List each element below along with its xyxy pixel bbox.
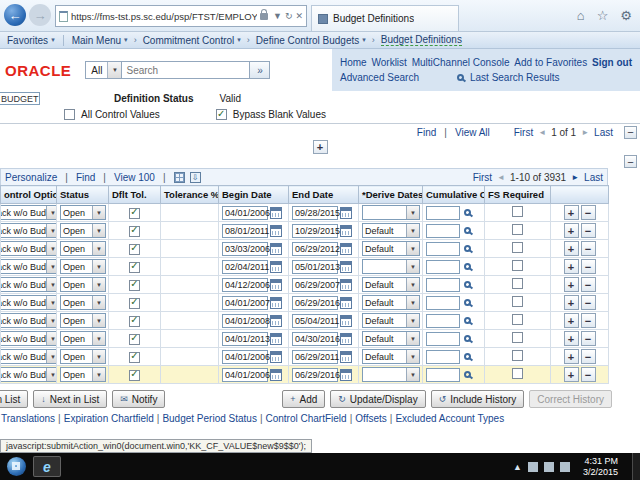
fs-required-checkbox[interactable] [512,278,523,289]
include-history-button[interactable]: ↺ Include History [431,390,525,408]
search-input[interactable] [122,61,250,79]
lookup-icon[interactable] [464,209,471,216]
personalize-link[interactable]: Personalize [5,172,57,183]
calendar-icon[interactable] [270,279,282,291]
breadcrumb-define-control-budgets[interactable]: Define Control Budgets ▾ [256,35,366,46]
delete-row-button[interactable]: − [581,295,596,310]
tray-icon[interactable] [528,462,538,472]
end-date-input[interactable]: 06/29/2016 [292,296,338,310]
delete-row-button[interactable]: − [581,205,596,220]
home-icon[interactable]: ⌂ [577,8,585,23]
dflt-tol-checkbox[interactable]: ✓ [129,280,140,291]
tray-icon[interactable] [544,462,554,472]
calendar-icon[interactable] [270,243,282,255]
dflt-tol-checkbox[interactable]: ✓ [129,298,140,309]
show-hidden-icons[interactable]: ▲ [513,462,522,472]
end-date-input[interactable]: 09/28/2015 [292,206,338,220]
link-translations[interactable]: Translations [1,413,55,424]
delete-row-button[interactable]: − [581,277,596,292]
zoom-grid-icon[interactable] [174,172,185,183]
lookup-icon[interactable] [464,281,471,288]
link-offsets[interactable]: Offsets [355,413,387,424]
fs-required-checkbox[interactable] [512,314,523,325]
begin-date-input[interactable]: 04/01/2006 [222,350,268,364]
calendar-icon[interactable] [270,261,282,273]
insert-row-button[interactable]: + [564,241,579,256]
taskbar-clock[interactable]: 4:31 PM 3/2/2015 [576,456,625,478]
calendar-icon[interactable] [270,297,282,309]
breadcrumb-main-menu[interactable]: Main Menu ▾ [72,35,128,46]
lookup-icon[interactable] [464,371,471,378]
link-control-chartfield[interactable]: Control ChartField [266,413,347,424]
next-in-list-button[interactable]: ↓ Next in List [33,390,107,408]
control-option-select[interactable]: ack w/o Budg ▼ [1,205,57,220]
grid-previous-page-icon[interactable]: ◄ [497,173,505,182]
lookup-icon[interactable] [464,299,471,306]
grid-next-page-icon[interactable]: ► [571,173,579,182]
delete-row-button[interactable]: − [581,349,596,364]
status-select[interactable]: Open ▼ [60,223,106,238]
browser-tab[interactable]: Budget Definitions [311,5,459,31]
link-advanced-search[interactable]: Advanced Search [340,72,419,83]
status-select[interactable]: Open ▼ [60,367,106,382]
cumulative-cal-input[interactable] [426,350,460,364]
status-select[interactable]: Open ▼ [60,259,106,274]
link-budget-period-status[interactable]: Budget Period Status [162,413,257,424]
begin-date-input[interactable]: 04/01/2013 [222,332,268,346]
status-select[interactable]: Open ▼ [60,241,106,256]
link-add-to-favorites[interactable]: Add to Favorites [514,57,587,68]
view-all-link[interactable]: View All [455,127,490,138]
refresh-icon[interactable]: ↻ [285,11,293,21]
dflt-tol-checkbox[interactable]: ✓ [129,352,140,363]
insert-row-button[interactable]: + [564,223,579,238]
link-sign-out[interactable]: Sign out [592,57,632,68]
calendar-icon[interactable] [270,369,282,381]
cumulative-cal-input[interactable] [426,332,460,346]
status-select[interactable]: Open ▼ [60,313,106,328]
insert-row-button[interactable]: + [564,349,579,364]
address-dropdown-icon[interactable]: ▼ [273,11,282,21]
add-button[interactable]: + Add [282,390,325,408]
delete-row-button[interactable]: − [581,367,596,382]
calendar-icon[interactable] [340,207,352,219]
dflt-tol-checkbox[interactable]: ✓ [129,334,140,345]
update-display-button[interactable]: ↻ Update/Display [330,390,425,408]
derive-dates-select[interactable]: Default ▼ [362,241,420,256]
dflt-tol-checkbox[interactable]: ✓ [129,370,140,381]
breadcrumb-commitment-control[interactable]: Commitment Control ▾ [143,35,241,46]
link-worklist[interactable]: Worklist [372,57,407,68]
cumulative-cal-input[interactable] [426,260,460,274]
end-date-input[interactable]: 06/29/2011 [292,350,338,364]
download-icon[interactable]: ⇩ [190,172,201,183]
url-text[interactable]: https://fms-tst.ps.sc.edu/psp/FTST/EMPLO… [71,11,257,22]
start-button[interactable] [7,457,26,476]
control-option-select[interactable]: ack w/o Budg ▼ [1,331,57,346]
calendar-icon[interactable] [270,207,282,219]
derive-dates-select[interactable]: Default ▼ [362,223,420,238]
calendar-icon[interactable] [340,261,352,273]
delete-row-button[interactable]: − [581,259,596,274]
control-option-select[interactable]: ack w/o Budg ▼ [1,367,57,382]
calendar-icon[interactable] [340,369,352,381]
end-date-input[interactable]: 10/29/2015 [292,224,338,238]
status-select[interactable]: Open ▼ [60,295,106,310]
back-button[interactable]: ← [4,4,26,26]
end-date-input[interactable]: 06/29/2012 [292,242,338,256]
end-date-input[interactable]: 04/30/2016 [292,332,338,346]
delete-row-button[interactable]: − [581,331,596,346]
link-last-search-results[interactable]: Last Search Results [470,72,560,83]
status-select[interactable]: Open ▼ [60,331,106,346]
next-page-icon[interactable]: ► [581,128,589,137]
insert-row-button[interactable]: + [564,259,579,274]
fs-required-checkbox[interactable] [512,332,523,343]
calendar-icon[interactable] [270,225,282,237]
stop-icon[interactable]: ✕ [295,11,303,21]
derive-dates-select[interactable]: Default ▼ [362,277,420,292]
fs-required-checkbox[interactable] [512,260,523,271]
delete-row-button[interactable]: − [581,223,596,238]
status-select[interactable]: Open ▼ [60,349,106,364]
calendar-icon[interactable] [270,315,282,327]
begin-date-input[interactable]: 04/01/2008 [222,314,268,328]
begin-date-input[interactable]: 04/12/2006 [222,278,268,292]
control-option-select[interactable]: ack w/o Budg ▼ [1,313,57,328]
